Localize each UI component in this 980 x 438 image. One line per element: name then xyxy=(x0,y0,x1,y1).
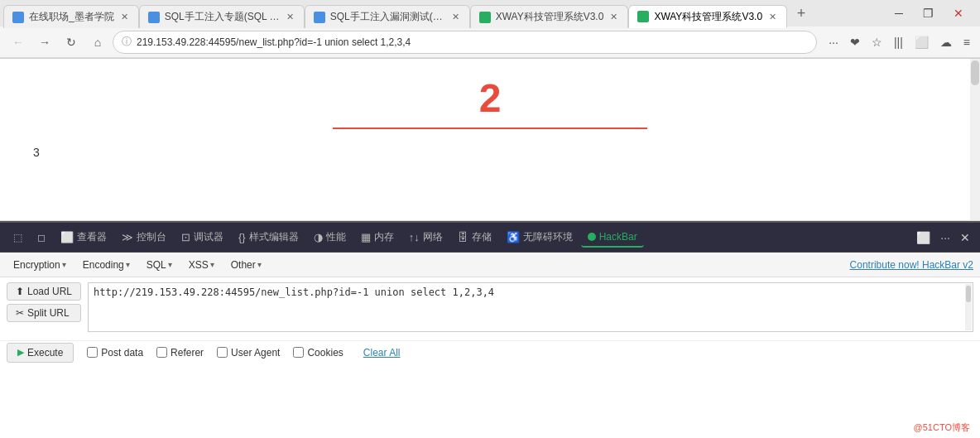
hackbar-sql-menu[interactable]: SQL ▾ xyxy=(140,257,179,273)
tab-label-2: SQL手工注入专题(SQL Injecti… xyxy=(165,10,280,24)
devtools-inspector[interactable]: ⬜ 查看器 xyxy=(54,227,113,248)
pick-element-icon: ⬚ xyxy=(13,232,22,243)
hackbar-footer: ▶ Execute Post data Referer User Agent C… xyxy=(0,340,980,363)
tab-1[interactable]: 在线职场_墨者学院 ✕ xyxy=(3,5,139,28)
performance-label: 性能 xyxy=(326,230,346,244)
tab-close-3[interactable]: ✕ xyxy=(450,11,461,23)
devtools-more-button[interactable]: ··· xyxy=(937,228,954,248)
clear-all-button[interactable]: Clear All xyxy=(363,347,401,359)
devtools-responsive[interactable]: ◻ xyxy=(31,229,52,247)
url-textarea-scrollbar[interactable] xyxy=(965,284,972,330)
hackbar-encryption-menu[interactable]: Encryption ▾ xyxy=(7,257,73,273)
devtools-panel: ⬚ ◻ ⬜ 查看器 ≫ 控制台 ⊡ 调试器 {} 样式编辑器 ◑ 性能 ▦ 内存 xyxy=(0,221,980,363)
execute-label: Execute xyxy=(27,347,63,359)
load-url-button[interactable]: ⬆ Load URL xyxy=(7,282,81,301)
style-editor-icon: {} xyxy=(238,231,246,243)
debugger-label: 调试器 xyxy=(194,230,223,244)
tab-close-1[interactable]: ✕ xyxy=(119,11,130,23)
page-scrollbar[interactable] xyxy=(970,59,980,220)
security-icon: ⓘ xyxy=(122,35,132,49)
nav-right-icons: ··· ❤ ☆ ||| ⬜ ☁ ≡ xyxy=(825,32,973,52)
storage-label: 存储 xyxy=(472,230,492,244)
tab-3[interactable]: SQL手工注入漏洞测试(MySQL… ✕ xyxy=(305,5,470,28)
undock-button[interactable]: ⬜ xyxy=(913,228,934,248)
devtools-console[interactable]: ≫ 控制台 xyxy=(115,227,173,248)
encoding-label: Encoding xyxy=(83,259,124,271)
new-tab-button[interactable]: + xyxy=(790,2,812,24)
devtools-performance[interactable]: ◑ 性能 xyxy=(307,227,353,248)
devtools-toolbar: ⬚ ◻ ⬜ 查看器 ≫ 控制台 ⊡ 调试器 {} 样式编辑器 ◑ 性能 ▦ 内存 xyxy=(0,223,980,253)
user-agent-checkbox[interactable] xyxy=(217,347,228,358)
tab-label-5: XWAY科技管理系统V3.0 xyxy=(654,10,762,24)
hackbar-encoding-menu[interactable]: Encoding ▾ xyxy=(76,257,137,273)
devtools-storage[interactable]: 🗄 存储 xyxy=(451,227,498,248)
page-content: 2 3 xyxy=(0,59,980,221)
hackbar-other-menu[interactable]: Other ▾ xyxy=(224,257,268,273)
refresh-button[interactable]: ↻ xyxy=(60,31,83,54)
close-button[interactable]: ✕ xyxy=(947,5,970,22)
devtools-accessibility[interactable]: ♿ 无障碍环境 xyxy=(500,227,579,248)
more-button[interactable]: ··· xyxy=(825,32,842,52)
performance-icon: ◑ xyxy=(314,231,323,243)
devtools-close-button[interactable]: ✕ xyxy=(957,228,973,248)
split-url-button[interactable]: ✂ Split URL xyxy=(7,304,81,322)
devtools-debugger[interactable]: ⊡ 调试器 xyxy=(175,227,230,248)
network-label: 网络 xyxy=(423,230,443,244)
post-data-checkbox[interactable] xyxy=(87,347,98,358)
hackbar-xss-menu[interactable]: XSS ▾ xyxy=(182,257,221,273)
devtools-pick-element[interactable]: ⬚ xyxy=(7,229,29,247)
encryption-arrow-icon: ▾ xyxy=(62,260,66,269)
nav-bar: ← → ↻ ⌂ ⓘ 219.153.49.228:44595/new_list.… xyxy=(0,26,980,58)
page-number-large: 2 xyxy=(333,75,647,129)
address-bar[interactable]: ⓘ 219.153.49.228:44595/new_list.php?id=-… xyxy=(113,31,817,54)
devtools-hackbar[interactable]: HackBar xyxy=(581,228,644,248)
referer-checkbox-label[interactable]: Referer xyxy=(156,347,204,359)
pocket-button[interactable]: ❤ xyxy=(847,32,863,52)
tab-4[interactable]: XWAY科技管理系统V3.0 ✕ xyxy=(470,5,629,28)
cookies-checkbox[interactable] xyxy=(293,347,304,358)
tab-label-4: XWAY科技管理系统V3.0 xyxy=(496,10,604,24)
tab-view-button[interactable]: ⬜ xyxy=(911,32,932,52)
browser-chrome: 在线职场_墨者学院 ✕ SQL手工注入专题(SQL Injecti… ✕ SQL… xyxy=(0,0,980,59)
user-agent-checkbox-label[interactable]: User Agent xyxy=(217,347,280,359)
tab-close-4[interactable]: ✕ xyxy=(608,11,619,23)
devtools-memory[interactable]: ▦ 内存 xyxy=(354,227,401,248)
reading-list-icon[interactable]: ||| xyxy=(891,32,906,52)
cookies-checkbox-label[interactable]: Cookies xyxy=(293,347,343,359)
hackbar-contribute-link[interactable]: Contribute now! HackBar v2 xyxy=(850,259,973,271)
devtools-right-controls: ⬜ ··· ✕ xyxy=(913,228,973,248)
tab-5[interactable]: XWAY科技管理系统V3.0 ✕ xyxy=(628,5,787,28)
hackbar-url-row: ⬆ Load URL ✂ Split URL xyxy=(7,282,973,335)
home-button[interactable]: ⌂ xyxy=(86,31,109,54)
back-button[interactable]: ← xyxy=(7,31,30,54)
tab-favicon-5 xyxy=(637,11,649,22)
hackbar-label: HackBar xyxy=(599,231,637,243)
execute-play-icon: ▶ xyxy=(17,347,24,358)
encryption-label: Encryption xyxy=(13,259,60,271)
url-textarea-wrapper xyxy=(88,282,973,335)
sync-button[interactable]: ☁ xyxy=(937,32,955,52)
post-data-label: Post data xyxy=(101,347,143,359)
sql-label: SQL xyxy=(147,259,166,271)
execute-button[interactable]: ▶ Execute xyxy=(7,343,74,363)
bookmark-button[interactable]: ☆ xyxy=(868,32,886,52)
menu-button[interactable]: ≡ xyxy=(960,32,973,52)
hackbar-dot-icon xyxy=(588,233,596,241)
tab-close-5[interactable]: ✕ xyxy=(767,11,778,23)
accessibility-label: 无障碍环境 xyxy=(523,230,573,244)
devtools-network[interactable]: ↑↓ 网络 xyxy=(402,227,449,248)
network-icon: ↑↓ xyxy=(409,231,420,243)
referer-checkbox[interactable] xyxy=(156,347,167,358)
minimize-button[interactable]: ─ xyxy=(888,5,910,22)
devtools-style-editor[interactable]: {} 样式编辑器 xyxy=(232,227,305,248)
restore-button[interactable]: ❐ xyxy=(916,5,940,22)
console-icon: ≫ xyxy=(122,231,133,243)
page-number-small: 3 xyxy=(33,146,947,159)
url-input[interactable] xyxy=(88,282,973,332)
tab-close-2[interactable]: ✕ xyxy=(285,11,295,23)
post-data-checkbox-label[interactable]: Post data xyxy=(87,347,143,359)
tab-2[interactable]: SQL手工注入专题(SQL Injecti… ✕ xyxy=(139,5,305,28)
load-url-icon: ⬆ xyxy=(16,286,24,297)
accessibility-icon: ♿ xyxy=(507,231,520,243)
forward-button[interactable]: → xyxy=(33,31,56,54)
